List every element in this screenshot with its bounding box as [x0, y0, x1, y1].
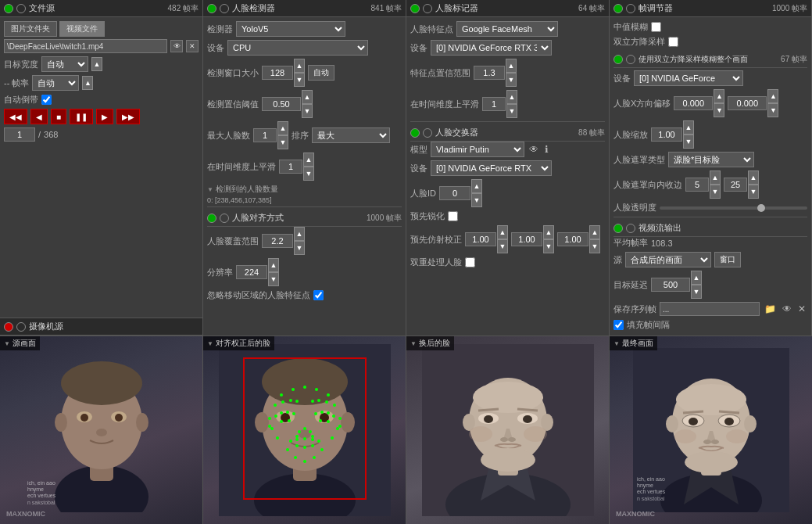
range-down[interactable]: ▼ — [506, 73, 517, 87]
affine-y-down[interactable]: ▼ — [543, 239, 554, 253]
resolution-input[interactable] — [236, 265, 267, 279]
save-folder-btn[interactable]: 📁 — [763, 303, 778, 314]
confidence-input[interactable] — [262, 97, 301, 111]
detector-select[interactable]: YoloV5 — [236, 21, 345, 37]
check-detector[interactable] — [220, 4, 229, 13]
range-up[interactable]: ▲ — [506, 59, 517, 73]
swapper-device-select[interactable]: [0] NVIDIA GeForce RTX — [431, 160, 552, 176]
power-btn-swapper[interactable] — [410, 128, 420, 138]
coverage-down[interactable]: ▼ — [294, 241, 305, 255]
delay-input[interactable] — [651, 278, 690, 292]
model-info-btn[interactable]: ℹ — [543, 144, 550, 155]
blur-input[interactable] — [724, 178, 747, 192]
pause-btn[interactable]: ❚❚ — [70, 109, 93, 124]
face-scale-down[interactable]: ▼ — [683, 135, 694, 149]
presharpen-checkbox[interactable] — [448, 211, 458, 221]
tab-image-folder[interactable]: 图片文件夹 — [4, 21, 57, 37]
mask-type-select[interactable]: 源脸*目标脸 — [668, 152, 754, 167]
window-size-up[interactable]: ▲ — [294, 59, 305, 73]
confidence-up[interactable]: ▲ — [302, 90, 313, 104]
power-btn-detector[interactable] — [207, 4, 216, 13]
auto-tape-checkbox[interactable] — [41, 95, 52, 105]
delay-up[interactable]: ▲ — [691, 271, 702, 285]
source-select[interactable]: 合成后的画面 — [625, 252, 711, 267]
check-swapper[interactable] — [423, 128, 432, 138]
blur-up[interactable]: ▲ — [748, 170, 759, 185]
x-offset-down[interactable]: ▼ — [714, 103, 724, 117]
y-offset-input[interactable] — [728, 96, 767, 110]
save-eye-btn[interactable]: 👁 — [781, 303, 793, 314]
power-btn-adjuster[interactable] — [613, 4, 623, 13]
eye-icon-file[interactable]: 👁 — [170, 40, 183, 52]
ignore-moving-checkbox[interactable] — [313, 290, 324, 300]
close-btn-file[interactable]: ✕ — [186, 40, 199, 52]
fps-select[interactable]: 自动 — [32, 75, 79, 91]
check-align[interactable] — [220, 214, 229, 223]
power-btn-bicubic[interactable] — [613, 55, 623, 64]
pre-affine-x-input[interactable] — [465, 232, 496, 246]
power-btn-file[interactable] — [4, 4, 13, 13]
power-btn-marker[interactable] — [410, 4, 420, 13]
model-eye-btn[interactable]: 👁 — [528, 144, 540, 155]
skip-fwd-btn[interactable]: ▶▶ — [116, 109, 140, 124]
blur-down[interactable]: ▼ — [748, 185, 759, 199]
face-id-input[interactable] — [439, 186, 470, 200]
coverage-input[interactable] — [262, 234, 293, 248]
adj-device-select[interactable]: [0] NVIDIA GeForce — [634, 70, 743, 86]
save-close-btn[interactable]: ✕ — [796, 303, 807, 314]
erode-down[interactable]: ▼ — [710, 185, 721, 199]
target-width-select[interactable]: 自动 — [41, 56, 88, 72]
affine-y-up[interactable]: ▲ — [543, 225, 554, 239]
face-id-down[interactable]: ▼ — [471, 193, 482, 207]
auto-btn-window[interactable]: 自动 — [308, 65, 334, 81]
face-id-up[interactable]: ▲ — [471, 179, 482, 193]
landmark-select[interactable]: Google FaceMesh — [456, 21, 558, 37]
pre-affine-y-input[interactable] — [511, 232, 542, 246]
affine-x-up[interactable]: ▲ — [497, 225, 508, 239]
check-adjuster[interactable] — [626, 4, 635, 13]
smooth2-up[interactable]: ▲ — [506, 90, 517, 104]
smooth2-input[interactable] — [482, 97, 506, 111]
power-btn-camera[interactable] — [4, 322, 13, 332]
x-offset-up[interactable]: ▲ — [714, 89, 724, 103]
fill-interval-checkbox[interactable] — [613, 320, 624, 330]
median-checkbox[interactable] — [651, 22, 661, 32]
check-file[interactable] — [16, 4, 26, 13]
max-faces-input[interactable] — [253, 128, 277, 142]
power-btn-align[interactable] — [207, 214, 216, 223]
window-size-down[interactable]: ▼ — [294, 73, 305, 87]
power-btn-output[interactable] — [613, 224, 623, 233]
window-size-input[interactable] — [262, 66, 293, 80]
check-output[interactable] — [626, 224, 635, 233]
range-input[interactable] — [474, 66, 505, 80]
skip-back-btn[interactable]: ◀◀ — [4, 109, 27, 124]
model-select[interactable]: Vladimir Putin — [431, 142, 524, 157]
double-face-checkbox[interactable] — [465, 257, 475, 267]
opacity-slider[interactable] — [660, 206, 807, 210]
marker-device-select[interactable]: [0] NVIDIA GeForce RTX 3 — [431, 40, 552, 56]
smooth1-down[interactable]: ▼ — [303, 167, 314, 181]
max-faces-up[interactable]: ▲ — [277, 121, 288, 135]
face-scale-input[interactable] — [651, 127, 682, 142]
check-camera[interactable] — [16, 322, 26, 332]
stop-btn[interactable]: ■ — [51, 109, 66, 124]
play-btn[interactable]: ▶ — [96, 109, 113, 124]
affine-z-down[interactable]: ▼ — [589, 239, 600, 253]
bilateral-checkbox[interactable] — [668, 37, 678, 47]
y-offset-up[interactable]: ▲ — [767, 89, 778, 103]
affine-x-down[interactable]: ▼ — [497, 239, 508, 253]
max-faces-down[interactable]: ▼ — [277, 135, 288, 149]
smooth2-down[interactable]: ▼ — [506, 104, 517, 118]
window-btn[interactable]: 窗口 — [714, 252, 741, 267]
resolution-down[interactable]: ▼ — [268, 272, 279, 286]
check-marker[interactable] — [423, 4, 432, 13]
smooth1-input[interactable] — [279, 160, 302, 174]
affine-z-up[interactable]: ▲ — [589, 225, 600, 239]
erode-input[interactable] — [685, 178, 709, 192]
coverage-up[interactable]: ▲ — [294, 227, 305, 241]
fps-up[interactable]: ▲ — [82, 76, 93, 90]
check-bicubic[interactable] — [626, 55, 635, 64]
pre-affine-z-input[interactable] — [557, 232, 588, 246]
resolution-up[interactable]: ▲ — [268, 258, 279, 272]
smooth1-up[interactable]: ▲ — [303, 153, 314, 167]
